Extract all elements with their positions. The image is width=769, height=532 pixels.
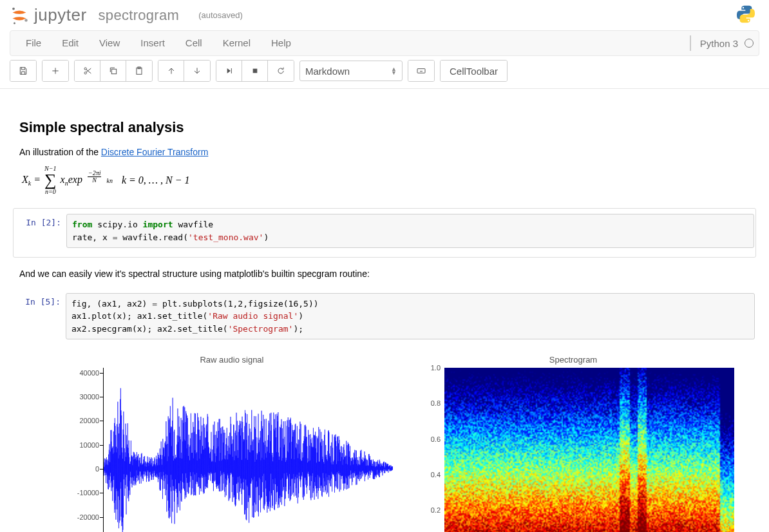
kernel-name: Python 3 <box>700 38 738 49</box>
move-down-button[interactable] <box>184 61 210 81</box>
menu-view[interactable]: View <box>89 30 130 56</box>
menubar: File Edit View Insert Cell Kernel Help P… <box>10 30 759 56</box>
plot-waveform: Raw audio signal -30000-20000-1000001000… <box>64 355 399 532</box>
menu-cell[interactable]: Cell <box>175 30 213 56</box>
equation: Xk = N−1 ∑ n=0 xnexp−2πiNkn k = 0, … , N… <box>22 166 750 195</box>
menu-help[interactable]: Help <box>261 30 301 56</box>
svg-point-4 <box>748 20 749 21</box>
paste-icon <box>134 66 144 76</box>
command-palette-button[interactable] <box>408 61 434 81</box>
svg-rect-11 <box>417 69 425 73</box>
svg-point-2 <box>14 22 15 24</box>
run-button[interactable] <box>216 61 242 81</box>
interrupt-button[interactable] <box>242 61 268 81</box>
svg-point-5 <box>84 72 86 74</box>
svg-rect-10 <box>252 69 257 73</box>
cut-button[interactable] <box>75 61 100 81</box>
run-step-icon <box>224 66 234 76</box>
paste-button[interactable] <box>126 61 152 81</box>
notebook-area[interactable]: Simple spectral analysis An illustration… <box>0 103 769 532</box>
ytick-label: 0.6 <box>410 435 441 443</box>
ytick-label: 40000 <box>68 369 99 377</box>
ytick-label: 30000 <box>68 393 99 401</box>
svg-rect-7 <box>111 69 116 73</box>
cell-toolbar-button[interactable]: CellToolbar <box>441 61 507 81</box>
code-input-2[interactable]: fig, (ax1, ax2) = plt.subplots(1,2,figsi… <box>66 293 755 340</box>
stop-icon <box>250 66 260 76</box>
select-arrows-icon: ▲▼ <box>391 67 397 75</box>
ytick-label: 0.2 <box>410 506 441 514</box>
plot-title-1: Raw audio signal <box>64 355 399 365</box>
input-prompt-2: In [5]: <box>14 293 66 340</box>
menu-insert[interactable]: Insert <box>130 30 175 56</box>
svg-point-0 <box>12 7 15 10</box>
toolbar: Markdown ▲▼ CellToolbar <box>0 56 769 89</box>
jupyter-planet-icon <box>10 6 29 25</box>
ytick-label: 0.8 <box>410 399 441 407</box>
svg-point-6 <box>84 68 86 70</box>
plot-title-2: Spectrogram <box>406 355 741 365</box>
code-cell-2[interactable]: In [5]: fig, (ax1, ax2) = plt.subplots(1… <box>14 293 755 340</box>
move-up-button[interactable] <box>158 61 184 81</box>
md-paragraph: An illustration of the Discrete Fourier … <box>19 145 750 159</box>
insert-cell-button[interactable] <box>43 61 68 81</box>
scissors-icon <box>82 66 93 76</box>
svg-point-3 <box>743 7 744 8</box>
restart-icon <box>276 66 286 76</box>
cell-output: Raw audio signal -30000-20000-1000001000… <box>64 355 756 532</box>
keyboard-icon <box>416 66 426 76</box>
ytick-label: 0.4 <box>410 471 441 479</box>
ytick-label: 10000 <box>68 441 99 449</box>
save-icon <box>18 66 28 76</box>
menu-kernel[interactable]: Kernel <box>213 30 261 56</box>
svg-point-1 <box>24 19 28 22</box>
app-name: jupyter <box>34 5 87 25</box>
md-paragraph-2: And we can easily view it's spectral str… <box>19 267 750 281</box>
kernel-idle-icon <box>745 39 754 48</box>
md-link-dft[interactable]: Discrete Fourier Transform <box>101 147 208 157</box>
ytick-label: 0 <box>68 465 99 473</box>
notebook-name[interactable]: spectrogram <box>99 7 180 24</box>
md-text-a: An illustration of the <box>19 147 101 157</box>
md-heading: Simple spectral analysis <box>19 119 750 136</box>
input-prompt: In [2]: <box>15 214 66 248</box>
autosave-status: (autosaved) <box>198 10 243 20</box>
ytick-label: -10000 <box>68 489 99 497</box>
spectrogram-canvas <box>444 368 734 532</box>
waveform-svg <box>104 368 393 532</box>
ytick-label: 1.0 <box>410 364 441 372</box>
menu-edit[interactable]: Edit <box>52 30 89 56</box>
plus-icon <box>50 66 61 76</box>
jupyter-logo[interactable]: jupyter <box>10 5 87 25</box>
plot-spectrogram: Spectrogram 0.00.20.40.60.81.0 <box>406 355 741 532</box>
cell-type-select[interactable]: Markdown ▲▼ <box>299 61 403 81</box>
copy-icon <box>108 66 119 76</box>
arrow-up-icon <box>166 66 176 76</box>
ytick-label: 20000 <box>68 417 99 424</box>
cell-type-value: Markdown <box>305 66 350 77</box>
arrow-down-icon <box>192 66 202 76</box>
menu-file[interactable]: File <box>15 30 52 56</box>
copy-button[interactable] <box>100 61 126 81</box>
restart-button[interactable] <box>268 61 294 81</box>
python-icon <box>736 4 756 24</box>
kernel-indicator: Python 3 <box>690 35 754 51</box>
save-button[interactable] <box>10 61 36 81</box>
code-cell-1[interactable]: In [2]: from scipy.io import wavfile rat… <box>15 214 754 248</box>
code-input[interactable]: from scipy.io import wavfile rate, x = w… <box>66 214 754 248</box>
ytick-label: -20000 <box>68 513 99 521</box>
kernel-logo <box>736 4 756 26</box>
